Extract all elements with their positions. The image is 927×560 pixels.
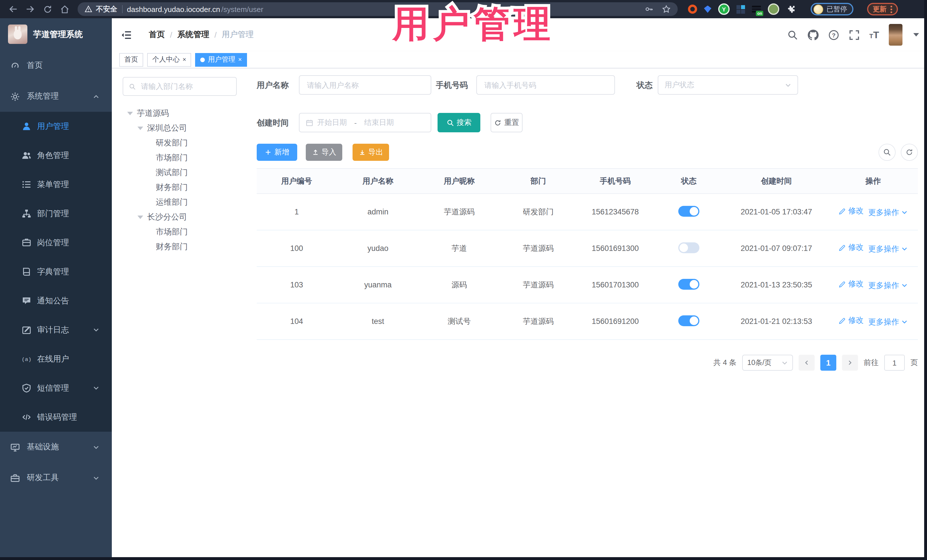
page-size-select[interactable]: 10条/页 — [742, 355, 793, 371]
security-warning[interactable]: 不安全 — [84, 4, 117, 14]
tab-1[interactable]: 首页 — [119, 53, 143, 67]
tree-node[interactable]: 市场部门 — [123, 150, 237, 165]
status-select[interactable]: 用户状态 — [658, 75, 798, 95]
more-actions-link[interactable]: 更多操作 — [868, 281, 907, 291]
avatar-caret-icon[interactable] — [913, 33, 919, 36]
sidebar-item[interactable]: 部门管理 — [0, 199, 112, 228]
breadcrumb-item[interactable]: 首页 — [149, 30, 165, 40]
caret-down-icon[interactable] — [127, 112, 133, 115]
extensions-puzzle-icon[interactable] — [786, 4, 796, 14]
more-actions-link[interactable]: 更多操作 — [868, 208, 907, 218]
profile-paused-badge[interactable]: 已暂停 — [811, 3, 853, 15]
browser-menu-icon[interactable] — [891, 5, 892, 13]
extension-y-icon[interactable]: Y — [718, 3, 729, 15]
refresh-table-button[interactable] — [878, 144, 896, 161]
tree-node[interactable]: 长沙分公司 — [123, 210, 237, 225]
column-header: 用户昵称 — [419, 168, 499, 194]
sidebar-item[interactable]: 研发工具 — [0, 463, 112, 493]
status-toggle[interactable] — [678, 279, 699, 290]
url-bar[interactable]: 不安全 dashboard.yudao.iocoder.cn /system/u… — [78, 2, 678, 16]
sidebar-item[interactable]: 系统管理 — [0, 81, 112, 112]
sidebar-item[interactable]: 用户管理 — [0, 112, 112, 141]
sidebar-item[interactable]: 首页 — [0, 50, 112, 81]
calendar-icon — [306, 119, 313, 126]
refresh-icon[interactable] — [40, 2, 55, 17]
back-icon[interactable] — [6, 2, 21, 17]
date-range-field[interactable]: 开始日期 - 结束日期 — [299, 113, 431, 132]
user-avatar[interactable] — [889, 24, 903, 46]
close-icon[interactable]: × — [238, 56, 242, 63]
app-logo[interactable]: 芋道管理系统 — [0, 18, 112, 50]
tree-node[interactable]: 研发部门 — [123, 136, 237, 150]
sidebar-item[interactable]: 错误码管理 — [0, 403, 112, 432]
search-icon[interactable] — [787, 29, 798, 40]
font-size-icon[interactable]: TT — [869, 30, 879, 39]
sidebar-item[interactable]: 菜单管理 — [0, 170, 112, 199]
prev-page-button[interactable] — [799, 355, 815, 371]
more-actions-link[interactable]: 更多操作 — [868, 244, 907, 254]
page-number-button[interactable]: 1 — [820, 355, 836, 371]
extension-on-icon[interactable]: on — [752, 5, 761, 13]
book-icon — [22, 267, 31, 276]
edit-link[interactable]: 修改 — [839, 206, 864, 216]
extension-gem-icon[interactable] — [704, 5, 711, 13]
edit-link[interactable]: 修改 — [839, 279, 864, 290]
edit-link[interactable]: 修改 — [839, 243, 864, 253]
extension-wrench-icon[interactable] — [768, 3, 779, 15]
sidebar-item[interactable]: 基础设施 — [0, 432, 112, 463]
username-input[interactable] — [306, 80, 424, 90]
tree-node[interactable]: 财务部门 — [123, 180, 237, 195]
status-toggle[interactable] — [678, 206, 699, 216]
sidebar-item[interactable]: 角色管理 — [0, 141, 112, 170]
username-field[interactable] — [299, 75, 431, 95]
import-button[interactable]: 导入 — [306, 144, 342, 161]
mobile-input[interactable] — [483, 80, 608, 90]
edit-link[interactable]: 修改 — [839, 316, 864, 326]
caret-down-icon[interactable] — [137, 127, 143, 130]
help-icon[interactable]: ? — [828, 29, 839, 40]
search-button[interactable]: 搜索 — [438, 113, 480, 132]
extension-squares-icon[interactable] — [737, 5, 745, 14]
extension-orange-icon[interactable] — [688, 5, 697, 14]
tab-3[interactable]: 用户管理× — [195, 53, 247, 67]
close-icon[interactable]: × — [182, 56, 186, 63]
forward-icon[interactable] — [23, 2, 38, 17]
tree-node[interactable]: 市场部门 — [123, 225, 237, 240]
tree-node[interactable]: 深圳总公司 — [123, 121, 237, 136]
breadcrumb-item[interactable]: 系统管理 — [178, 30, 209, 40]
mobile-field[interactable] — [476, 75, 615, 95]
sidebar-item[interactable]: 短信管理 — [0, 373, 112, 403]
bookmark-star-icon[interactable] — [662, 5, 671, 14]
cell-nickname: 芋道 — [419, 230, 499, 267]
next-page-button[interactable] — [842, 355, 858, 371]
tree-node[interactable]: 测试部门 — [123, 165, 237, 180]
dept-search-input[interactable] — [140, 82, 231, 91]
tree-node[interactable]: 财务部门 — [123, 240, 237, 254]
add-button[interactable]: 新增 — [257, 144, 297, 161]
caret-down-icon[interactable] — [137, 216, 143, 219]
reset-button[interactable]: 重置 — [491, 113, 523, 132]
sidebar-item[interactable]: 审计日志 — [0, 316, 112, 344]
status-toggle[interactable] — [678, 242, 699, 253]
goto-page-input[interactable] — [884, 355, 905, 371]
key-icon[interactable] — [644, 5, 654, 14]
reload-button[interactable] — [901, 144, 918, 161]
export-button[interactable]: 导出 — [353, 144, 389, 161]
tree-node[interactable]: 芋道源码 — [123, 106, 237, 121]
home-icon[interactable] — [57, 2, 72, 17]
dept-search-box[interactable] — [123, 77, 237, 96]
sidebar-item[interactable]: 岗位管理 — [0, 228, 112, 257]
cell-created: 2021-01-13 23:50:35 — [725, 267, 828, 303]
tab-2[interactable]: 个人中心× — [147, 53, 191, 67]
chrome-update-button[interactable]: 更新 — [867, 3, 898, 15]
tree-node[interactable]: 运维部门 — [123, 195, 237, 210]
sidebar-item-label: 用户管理 — [37, 121, 69, 132]
fullscreen-icon[interactable] — [849, 29, 860, 40]
sidebar-item[interactable]: 通知公告 — [0, 286, 112, 316]
github-icon[interactable] — [808, 29, 819, 40]
sidebar-item[interactable]: 字典管理 — [0, 257, 112, 286]
status-toggle[interactable] — [678, 315, 699, 326]
more-actions-link[interactable]: 更多操作 — [868, 317, 907, 327]
collapse-menu-icon[interactable] — [121, 29, 132, 40]
sidebar-item[interactable]: (a)在线用户 — [0, 344, 112, 373]
